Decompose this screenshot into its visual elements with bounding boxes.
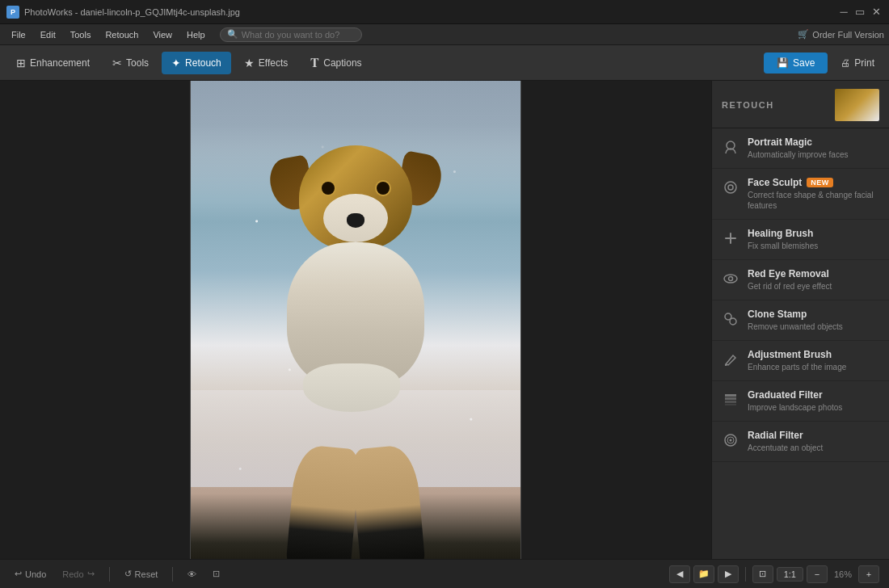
browse-button[interactable]: 📁: [693, 565, 714, 583]
menu-edit[interactable]: Edit: [34, 28, 62, 41]
dog-eye-right: [377, 182, 390, 195]
zoom-ratio: 1:1: [777, 567, 803, 582]
fit-icon: ⊡: [213, 569, 220, 579]
tab-retouch[interactable]: ✦ Retouch: [162, 52, 231, 74]
panel-title: RETOUCH: [722, 100, 774, 110]
menu-file[interactable]: File: [5, 28, 32, 41]
graduated-filter-icon: [722, 391, 739, 409]
tab-captions[interactable]: 𝐓 Captions: [301, 51, 371, 75]
tab-effects[interactable]: ★ Effects: [234, 52, 297, 74]
titlebar-left: P PhotoWorks - daniel-lincoln-p_GQJIMtj4…: [6, 6, 240, 19]
adjustment-brush-icon: [722, 351, 739, 368]
effects-icon: ★: [244, 57, 255, 69]
retouch-item-clone-stamp[interactable]: Clone Stamp Remove unwanted objects: [712, 300, 889, 341]
retouch-item-radial-filter[interactable]: Radial Filter Accentuate an object: [712, 422, 889, 462]
titlebar-controls: ─ ▭ ✕: [837, 6, 883, 19]
photo-image: [190, 81, 521, 559]
save-icon: 💾: [777, 57, 789, 69]
menu-tools[interactable]: Tools: [64, 28, 98, 41]
zoom-out-button[interactable]: −: [807, 565, 828, 583]
healing-brush-desc: Fix small blemishes: [748, 241, 818, 251]
face-sculpt-desc: Correct face shape & change facial featu…: [748, 190, 879, 211]
search-input[interactable]: [242, 30, 355, 40]
tab-enhancement[interactable]: ⊞ Enhancement: [6, 52, 99, 74]
undo-button[interactable]: ↩ Undo: [10, 566, 51, 582]
radial-filter-icon: [722, 431, 739, 449]
app-icon: P: [6, 6, 19, 19]
retouch-item-portrait-magic[interactable]: Portrait Magic Automatically improve fac…: [712, 128, 889, 169]
retouch-item-healing-brush[interactable]: Healing Brush Fix small blemishes: [712, 220, 889, 260]
order-full-version[interactable]: 🛒 Order Full Version: [798, 29, 884, 40]
svg-rect-9: [725, 401, 736, 403]
minimize-button[interactable]: ─: [837, 6, 850, 19]
red-eye-icon: [722, 270, 739, 288]
preview-button[interactable]: 👁: [183, 567, 201, 582]
retouch-item-adjustment-brush[interactable]: Adjustment Brush Enhance parts of the im…: [712, 341, 889, 381]
reset-button[interactable]: ↺ Reset: [120, 566, 163, 582]
graduated-filter-text: Graduated Filter Improve landscape photo…: [748, 389, 842, 413]
dog-body: [283, 145, 428, 404]
healing-brush-icon: [722, 229, 739, 247]
folder-icon: 📁: [698, 569, 710, 579]
dog-nose: [347, 213, 364, 228]
adjustment-brush-desc: Enhance parts of the image: [748, 362, 846, 372]
save-button[interactable]: 💾 Save: [764, 52, 828, 74]
tab-tools[interactable]: ✂ Tools: [103, 52, 158, 74]
next-image-button[interactable]: ▶: [718, 565, 739, 583]
print-icon: 🖨: [841, 57, 850, 69]
svg-rect-7: [725, 394, 736, 397]
retouch-item-face-sculpt[interactable]: Face Sculpt NEW Correct face shape & cha…: [712, 169, 889, 220]
radial-filter-title: Radial Filter: [748, 430, 823, 441]
portrait-magic-desc: Automatically improve faces: [748, 149, 849, 160]
panel-thumbnail: [835, 89, 879, 121]
svg-point-2: [728, 185, 733, 190]
clone-stamp-title: Clone Stamp: [748, 309, 843, 320]
healing-brush-title: Healing Brush: [748, 228, 818, 239]
captions-icon: 𝐓: [310, 56, 319, 70]
graduated-filter-desc: Improve landscape photos: [748, 402, 842, 413]
retouch-item-red-eye[interactable]: Red Eye Removal Get rid of red eye effec…: [712, 260, 889, 300]
clone-stamp-icon: [722, 310, 739, 328]
prev-image-button[interactable]: ◀: [669, 565, 690, 583]
hands-area: [275, 366, 436, 560]
hand-right: [351, 443, 426, 559]
close-button[interactable]: ✕: [870, 6, 883, 19]
zoom-in-button[interactable]: +: [858, 565, 879, 583]
maximize-button[interactable]: ▭: [853, 6, 866, 19]
main-area: RETOUCH Portrait Magic Automatically imp…: [0, 81, 889, 559]
portrait-magic-title: Portrait Magic: [748, 136, 849, 148]
svg-rect-10: [725, 404, 736, 405]
red-eye-title: Red Eye Removal: [748, 268, 832, 279]
search-icon: 🔍: [227, 29, 238, 40]
redo-icon: ↪: [87, 569, 95, 579]
menu-view[interactable]: View: [146, 28, 179, 41]
menubar: File Edit Tools Retouch View Help 🔍 🛒 Or…: [0, 24, 889, 45]
tools-icon: ✂: [112, 57, 122, 69]
toolbar-right: 💾 Save 🖨 Print: [764, 52, 883, 74]
redo-button[interactable]: Redo ↪: [57, 566, 99, 582]
face-sculpt-text: Face Sculpt NEW Correct face shape & cha…: [748, 177, 879, 211]
menu-retouch[interactable]: Retouch: [99, 28, 145, 41]
panel-header: RETOUCH: [712, 81, 889, 128]
face-sculpt-title: Face Sculpt NEW: [748, 177, 879, 188]
statusbar: ↩ Undo Redo ↪ ↺ Reset 👁 ⊡ ◀ 📁 ▶ ⊡ 1:1 − …: [0, 559, 889, 588]
adjustment-brush-title: Adjustment Brush: [748, 349, 846, 360]
titlebar: P PhotoWorks - daniel-lincoln-p_GQJIMtj4…: [0, 0, 889, 24]
adjustment-brush-text: Adjustment Brush Enhance parts of the im…: [748, 349, 846, 372]
divider-2: [172, 567, 173, 582]
search-bar[interactable]: 🔍: [220, 27, 362, 42]
divider-1: [109, 567, 110, 582]
print-button[interactable]: 🖨 Print: [832, 52, 883, 74]
retouch-item-graduated-filter[interactable]: Graduated Filter Improve landscape photo…: [712, 381, 889, 422]
dog-eye-left: [322, 182, 335, 195]
fit-button[interactable]: ⊡: [208, 566, 225, 582]
menu-help[interactable]: Help: [180, 28, 212, 41]
photo-container: [190, 81, 521, 559]
face-sculpt-icon: [722, 178, 739, 196]
right-panel: RETOUCH Portrait Magic Automatically imp…: [711, 81, 889, 559]
healing-brush-text: Healing Brush Fix small blemishes: [748, 228, 818, 251]
eye-icon: 👁: [187, 569, 196, 579]
new-badge: NEW: [807, 178, 833, 187]
zoom-level: 16%: [831, 569, 855, 579]
fit-view-button[interactable]: ⊡: [752, 565, 773, 583]
